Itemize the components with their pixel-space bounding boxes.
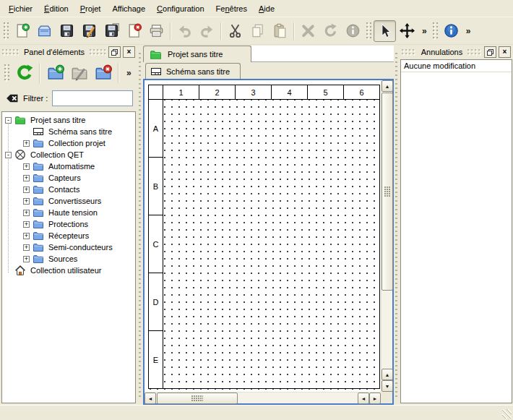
menu-fichier[interactable]: Fichier [3, 2, 38, 15]
element-infos-button[interactable] [342, 20, 364, 42]
toolbar-separator [293, 22, 295, 40]
main-area: Panel d'éléments × » Filtrer : -Projet s… [0, 45, 513, 405]
tree-expander-minus[interactable]: - [5, 117, 12, 124]
filter-input[interactable] [52, 90, 133, 106]
save-all-button[interactable] [100, 20, 123, 42]
float-panel-button[interactable] [484, 46, 496, 58]
cut-button[interactable] [224, 20, 246, 42]
toolbar-overflow-button[interactable]: » [123, 68, 135, 78]
grid-corner-cell [149, 85, 163, 100]
tree-indent [23, 129, 30, 135]
tree-item-capteurs[interactable]: +Capteurs [2, 172, 135, 184]
tree-item-semi-conducteurs[interactable]: +Semi-conducteurs [2, 241, 135, 253]
diagram-grid-area[interactable] [163, 100, 380, 389]
tree-item-recepteurs[interactable]: +Récepteurs [2, 230, 135, 241]
tree-expander-plus[interactable]: + [23, 233, 30, 239]
titlebar-texture [2, 49, 19, 56]
edit-category-button[interactable] [68, 61, 90, 85]
scroll-right-button[interactable]: ► [369, 393, 381, 404]
scroll-up-button[interactable]: ▲ [381, 80, 393, 92]
diagram-canvas[interactable]: 123456ABCDE [145, 80, 381, 392]
right-splitter[interactable] [394, 45, 400, 405]
folder-blue-icon [33, 207, 45, 218]
left-splitter[interactable] [137, 45, 143, 405]
save-button[interactable] [56, 20, 78, 42]
home-icon [14, 265, 27, 276]
rotate-selection-button[interactable] [319, 20, 342, 42]
delete-selection-button[interactable] [297, 20, 319, 42]
tree-item-protections[interactable]: +Protections [2, 218, 135, 230]
tree-expander-plus[interactable]: + [23, 210, 30, 216]
tree-expander-plus[interactable]: + [23, 163, 30, 170]
tree-item-sources[interactable]: +Sources [2, 253, 135, 265]
undo-button[interactable] [173, 20, 196, 42]
tree-expander-plus[interactable]: + [23, 221, 30, 228]
toolbar-drag-handle[interactable] [4, 64, 9, 82]
open-document-button[interactable] [33, 20, 56, 42]
copy-button[interactable] [246, 20, 269, 42]
scroll-up-button-2[interactable]: ▲ [381, 369, 393, 380]
select-mode-button[interactable] [374, 20, 396, 42]
tree-item-haute-tension[interactable]: +Haute tension [2, 207, 135, 218]
tree-expander-minus[interactable]: - [5, 152, 12, 158]
tree-item-projet-sans-titre[interactable]: -Projet sans titre [2, 114, 135, 126]
tree-item-schema-sans-titre[interactable]: Schéma sans titre [2, 126, 135, 137]
vertical-scroll-thumb[interactable] [381, 93, 393, 291]
menu-affichage[interactable]: Affichage [106, 2, 151, 15]
column-header-5: 5 [308, 85, 344, 100]
float-panel-button[interactable] [108, 46, 121, 58]
elements-panel-title: Panel d'éléments [21, 48, 87, 56]
size-grip[interactable] [502, 409, 512, 419]
tab-projet-sans-titre[interactable]: Projet sans titre [143, 46, 251, 62]
tree-item-collection-qet[interactable]: -Collection QET [2, 149, 135, 160]
paste-button[interactable] [269, 20, 291, 42]
tree-expander-plus[interactable]: + [23, 256, 30, 262]
toolbar-drag-handle[interactable] [433, 22, 438, 40]
pan-mode-button[interactable] [396, 20, 418, 42]
reload-collections-button[interactable] [13, 61, 35, 85]
redo-button[interactable] [196, 20, 218, 42]
vertical-scrollbar[interactable]: ▲ ▲ ▼ [381, 80, 392, 392]
close-document-button[interactable] [123, 20, 145, 42]
tree-expander-plus[interactable]: + [23, 140, 30, 147]
save-as-button[interactable] [78, 20, 100, 42]
horizontal-scroll-thumb[interactable] [157, 393, 238, 404]
tree-expander-plus[interactable]: + [23, 244, 30, 251]
tree-item-contacts[interactable]: +Contacts [2, 184, 135, 195]
close-panel-button[interactable]: × [499, 46, 511, 58]
tree-expander-plus[interactable]: + [23, 187, 30, 193]
about-qet-button[interactable] [440, 20, 462, 42]
menu-fenetres[interactable]: Fenêtres [210, 2, 253, 15]
new-category-button[interactable] [44, 61, 66, 85]
new-document-button[interactable] [11, 20, 33, 42]
tree-item-collection-utilisateur[interactable]: Collection utilisateur [2, 265, 135, 276]
delete-category-button[interactable] [92, 61, 114, 85]
toolbar-overflow-button[interactable]: » [418, 26, 431, 36]
undo-item-no-modification[interactable]: Aucune modification [401, 60, 512, 72]
horizontal-scrollbar[interactable]: ◄ ◄ ► [145, 392, 381, 403]
scroll-down-button[interactable]: ▼ [381, 380, 393, 392]
elements-tree[interactable]: -Projet sans titreSchéma sans titre+Coll… [1, 111, 136, 403]
tree-item-convertisseurs[interactable]: +Convertisseurs [2, 195, 135, 207]
scroll-left-button[interactable]: ◄ [145, 393, 156, 404]
tree-item-collection-projet[interactable]: +Collection projet [2, 137, 135, 149]
toolbar-drag-handle[interactable] [4, 22, 9, 40]
menu-edition[interactable]: Édition [38, 2, 74, 15]
undo-list[interactable]: Aucune modification [400, 59, 512, 403]
clear-filter-icon[interactable] [6, 92, 19, 105]
tree-item-label: Sources [48, 254, 77, 263]
tree-expander-plus[interactable]: + [23, 198, 30, 205]
tab-schema-sans-titre[interactable]: Schéma sans titre [145, 63, 241, 79]
print-button[interactable] [145, 20, 168, 42]
scroll-left-button-2[interactable]: ◄ [358, 393, 369, 404]
row-header-B: B [149, 158, 163, 215]
menu-configuration[interactable]: Configuration [151, 2, 210, 15]
toolbar-overflow-button[interactable]: » [462, 26, 475, 36]
close-panel-button[interactable]: × [123, 46, 135, 58]
toolbar-drag-handle[interactable] [366, 22, 371, 40]
tree-item-automatisme[interactable]: +Automatisme [2, 160, 135, 172]
menu-projet[interactable]: Projet [74, 2, 107, 15]
menu-aide[interactable]: Aide [253, 2, 280, 15]
tree-expander-plus[interactable]: + [23, 175, 30, 181]
titlebar-texture [467, 49, 482, 56]
